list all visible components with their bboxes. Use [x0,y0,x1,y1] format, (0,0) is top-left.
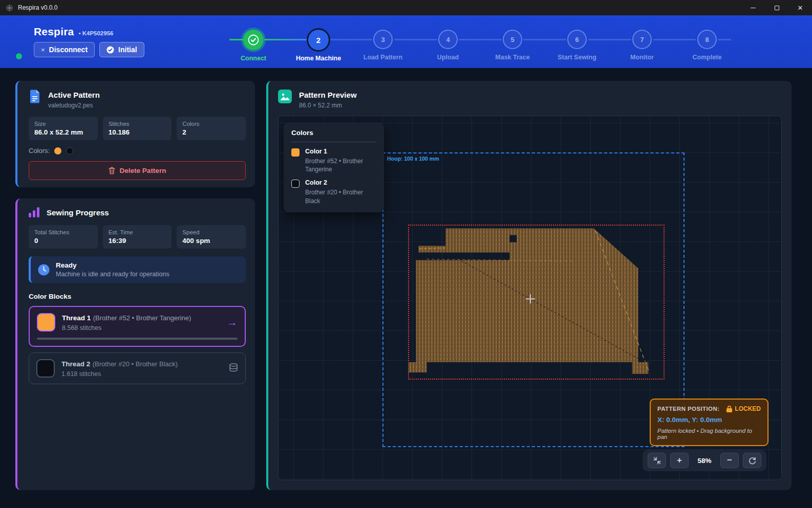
step-start-sewing[interactable]: 6 Start Sewing [546,30,608,61]
app-header: Respira • K4P502956 × Disconnect Initial [0,15,812,68]
step-connect-circle [243,30,264,50]
bar-chart-icon [29,207,39,217]
legend-swatch-1 [291,148,300,157]
image-icon [278,90,292,103]
main-content: Active Pattern valetudogv2.pes Size 86.0… [0,68,812,508]
zoom-controls: + 58% − [643,450,766,471]
locked-badge: LOCKED [735,405,761,412]
window-title: Respira v0.0.0 [18,4,57,11]
colors-legend-panel: Colors Color 1 Brother #52 • Brother Tan… [284,122,384,212]
legend-color-1: Color 1 Brother #52 • Brother Tangerine [291,148,376,173]
card-title: Active Pattern [48,90,100,99]
colors-label: Colors: [29,147,50,154]
delete-pattern-button[interactable]: Delete Pattern [29,161,246,180]
document-icon [29,90,41,104]
thread-2-swatch [36,359,55,378]
stat-total-stitches: Total Stitches 0 [29,225,98,249]
step-number: 8 [697,30,717,49]
zoom-in-button[interactable]: + [670,453,689,468]
reset-view-button[interactable] [743,453,761,468]
machine-status-banner: Ready Machine is idle and ready for oper… [29,256,246,283]
preview-canvas[interactable]: Hoop: 100 x 100 mm [278,116,782,480]
pattern-filename: valetudogv2.pes [48,102,100,109]
status-title: Ready [56,261,169,269]
fit-view-button[interactable] [648,453,666,468]
maximize-icon [775,6,779,10]
active-pattern-card: Active Pattern valetudogv2.pes Size 86.0… [15,81,255,187]
step-load-pattern[interactable]: 3 Load Pattern [352,30,414,61]
legend-color-2: Color 2 Brother #20 • Brother Black [291,179,376,205]
step-upload[interactable]: 4 Upload [417,30,479,61]
minimize-button[interactable] [741,0,765,15]
thread-1-block[interactable]: Thread 1 (Brother #52 • Brother Tangerin… [29,306,246,347]
card-title: Pattern Preview [299,90,357,99]
step-number: 4 [438,30,458,49]
step-number: 2 [308,30,329,50]
position-coordinates: X: 0.0mm, Y: 0.0mm [657,416,761,424]
pattern-preview-card: Pattern Preview 86.0 × 52.2 mm Hoop: 100… [266,81,792,490]
pattern-dimensions: 86.0 × 52.2 mm [299,102,357,109]
position-label: PATTERN POSITION: [657,406,719,412]
stat-size: Size 86.0 x 52.2 mm [29,117,98,140]
close-button[interactable]: ✕ [788,0,812,15]
color-blocks-heading: Color Blocks [29,293,246,300]
stat-colors: Colors 2 [177,117,246,140]
workflow-stepper: Connect 2 Home Machine 3 Load Pattern 4 … [0,15,812,68]
fit-view-icon [653,457,661,465]
step-number: 6 [567,30,587,49]
thread-1-progress-track [37,338,238,340]
zoom-level: 58% [693,457,716,465]
color-swatch-2 [66,147,73,154]
step-home-machine[interactable]: 2 Home Machine [288,30,349,62]
app-icon [6,4,13,12]
card-title: Sewing Progress [47,207,109,217]
stat-stitches: Stitches 10.186 [103,117,172,140]
stat-speed: Speed 400 spm [177,225,246,249]
step-connect[interactable]: Connect [223,30,284,62]
thread-active-arrow-icon: → [227,316,238,328]
step-monitor[interactable]: 7 Monitor [611,30,673,61]
colors-panel-title: Colors [291,129,376,137]
step-number: 7 [632,30,652,49]
stat-est-time: Est. Time 16:39 [103,225,172,249]
minimize-icon [751,8,756,8]
reset-view-icon [749,457,756,465]
status-description: Machine is idle and ready for operations [56,271,169,278]
maximize-button[interactable] [765,0,788,15]
zoom-out-button[interactable]: − [720,453,739,468]
close-icon: ✕ [798,5,803,11]
clock-icon [38,264,50,276]
legend-swatch-2 [291,180,300,188]
sewing-progress-card: Sewing Progress Total Stitches 0 Est. Ti… [15,198,255,490]
step-number: 3 [373,30,393,49]
position-hint: Pattern locked • Drag background to pan [657,428,761,440]
thread-1-swatch [37,313,55,332]
step-complete[interactable]: 8 Complete [676,30,738,61]
stack-icon [229,363,238,374]
step-mask-trace[interactable]: 5 Mask Trace [482,30,543,61]
window-titlebar: Respira v0.0.0 ✕ [0,0,812,15]
pattern-position-overlay: PATTERN POSITION: LOCKED X: 0.0mm, Y: 0.… [650,399,768,446]
lock-icon [726,406,732,412]
step-done-check-icon [248,34,259,46]
trash-icon [109,167,115,174]
step-number: 5 [503,30,522,49]
thread-2-block[interactable]: Thread 2 (Brother #20 • Brother Black) 1… [29,352,246,384]
color-swatch-1 [54,147,61,154]
